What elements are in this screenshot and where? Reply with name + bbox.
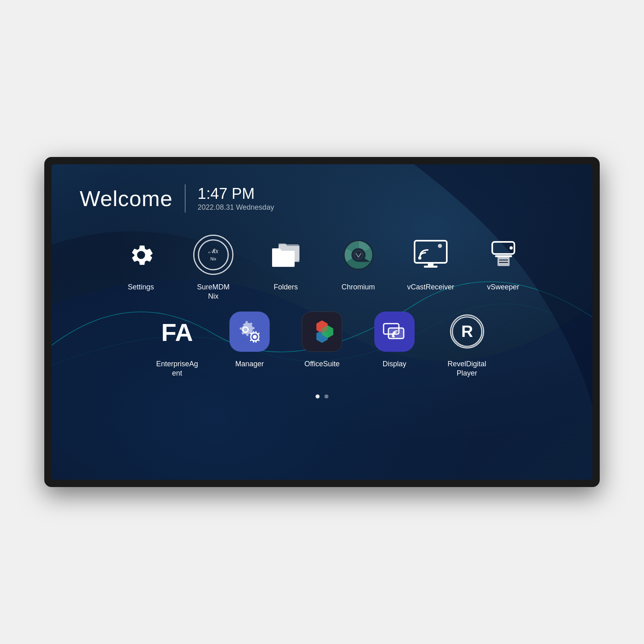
- time-display: 1:47 PM: [198, 185, 274, 202]
- vcast-label: vCastReceiver: [407, 283, 454, 292]
- tv-frame: Welcome 1:47 PM 2022.08.31 Wednesday Set…: [44, 157, 600, 487]
- enterprise-label: EnterpriseAgent: [156, 359, 198, 378]
- svg-point-6: [353, 249, 364, 260]
- folders-icon-wrap: [264, 233, 308, 277]
- svg-point-18: [510, 246, 513, 250]
- svg-rect-14: [495, 255, 512, 257]
- app-suremdm[interactable]: 𝒩ix Nix SureMDMNix: [181, 233, 246, 301]
- page-dot-1[interactable]: [316, 394, 320, 398]
- display-icon-bg: [374, 312, 415, 352]
- suremdm-label: SureMDMNix: [197, 283, 229, 301]
- svg-point-9: [418, 256, 421, 260]
- revel-icon-wrap: R: [445, 310, 489, 354]
- svg-text:FA: FA: [161, 318, 193, 346]
- app-vsweeper[interactable]: vSweeper: [471, 233, 535, 301]
- page-dot-2[interactable]: [324, 394, 328, 398]
- svg-rect-10: [428, 263, 433, 266]
- header: Welcome 1:47 PM 2022.08.31 Wednesday: [52, 164, 592, 225]
- revel-label: RevelDigitalPlayer: [448, 359, 486, 378]
- suremdm-icon-wrap: 𝒩ix Nix: [191, 233, 235, 277]
- app-grid: Settings 𝒩ix Nix SureMDMNix: [52, 225, 592, 407]
- manager-icon-wrap: [227, 310, 272, 354]
- date-display: 2022.08.31 Wednesday: [198, 203, 274, 212]
- vcast-icon: [413, 239, 449, 271]
- folders-icon: [270, 241, 302, 268]
- officesuite-icon: [308, 317, 336, 346]
- svg-point-0: [198, 240, 228, 270]
- enterprise-icon-wrap: FA: [155, 310, 199, 354]
- app-chromium[interactable]: Chromium: [326, 233, 390, 301]
- app-folders[interactable]: Folders: [254, 233, 318, 301]
- app-enterprise[interactable]: FA EnterpriseAgent: [145, 310, 209, 378]
- officesuite-label: OfficeSuite: [304, 359, 340, 369]
- suremdm-icon: 𝒩ix Nix: [193, 235, 233, 275]
- chromium-icon: [341, 238, 376, 272]
- tv-screen: Welcome 1:47 PM 2022.08.31 Wednesday Set…: [52, 164, 592, 480]
- svg-text:𝒩ix: 𝒩ix: [208, 248, 219, 254]
- app-row-2: FA EnterpriseAgent: [145, 310, 499, 378]
- revel-digital-icon: R: [451, 315, 483, 348]
- page-dots: [316, 394, 328, 398]
- vcast-icon-wrap: [409, 233, 453, 277]
- svg-text:R: R: [461, 322, 473, 341]
- manager-icon: [235, 318, 264, 346]
- display-icon-wrap: [372, 310, 417, 354]
- svg-rect-11: [424, 266, 438, 268]
- revel-icon: R: [450, 314, 484, 349]
- welcome-label: Welcome: [80, 186, 173, 211]
- chromium-icon-wrap: [336, 233, 380, 277]
- svg-rect-27: [388, 328, 404, 339]
- app-officesuite[interactable]: OfficeSuite: [290, 310, 354, 378]
- manager-label: Manager: [235, 359, 264, 369]
- vsweeper-label: vSweeper: [487, 283, 519, 292]
- svg-text:Nix: Nix: [211, 257, 216, 261]
- officesuite-icon-bg: [302, 312, 342, 352]
- folders-label: Folders: [274, 283, 298, 292]
- header-divider: [185, 184, 186, 213]
- settings-icon-wrap: [119, 233, 163, 277]
- svg-rect-15: [497, 257, 510, 266]
- vsweeper-icon-wrap: [481, 233, 525, 277]
- vsweeper-icon: [486, 240, 520, 270]
- settings-label: Settings: [128, 283, 154, 292]
- time-block: 1:47 PM 2022.08.31 Wednesday: [198, 185, 274, 212]
- chromium-label: Chromium: [341, 283, 375, 292]
- settings-icon: [126, 240, 156, 270]
- display-label: Display: [382, 359, 406, 369]
- app-row-1: Settings 𝒩ix Nix SureMDMNix: [109, 233, 535, 301]
- svg-point-12: [438, 244, 442, 248]
- app-settings[interactable]: Settings: [109, 233, 173, 301]
- officesuite-icon-wrap: [300, 310, 344, 354]
- svg-point-28: [393, 335, 395, 337]
- display-icon: [380, 318, 409, 346]
- app-vcast[interactable]: vCastReceiver: [398, 233, 463, 301]
- app-manager[interactable]: Manager: [217, 310, 282, 378]
- enterprise-agent-icon: FA: [159, 318, 195, 346]
- svg-point-21: [253, 335, 257, 339]
- app-revel[interactable]: R RevelDigitalPlayer: [435, 310, 499, 378]
- app-display[interactable]: Display: [362, 310, 427, 378]
- manager-icon-bg: [229, 312, 270, 352]
